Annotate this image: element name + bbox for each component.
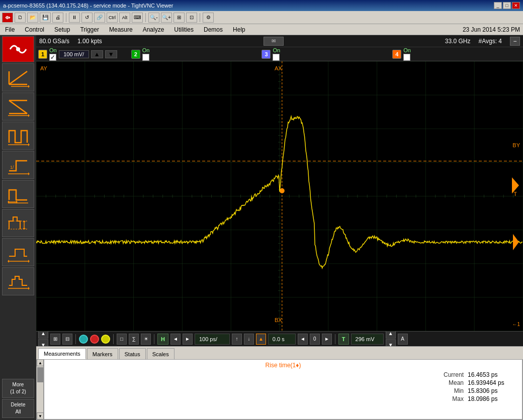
trigger-indicator[interactable]: ✉	[264, 37, 284, 46]
bottom-controls: ▲ ▼ ⊞ ⊟ □ ∑ ☀ H ◄ ►	[36, 331, 523, 346]
toolbar-zoom-fit[interactable]: ⊞	[173, 13, 185, 23]
ch4-checkbox[interactable]	[403, 54, 410, 61]
sidebar-more-button[interactable]: More (1 of 2)	[2, 379, 34, 398]
sidebar-ramp-down[interactable]	[2, 92, 34, 121]
toolbar-open[interactable]: 📂	[27, 13, 38, 23]
trig-auto[interactable]: A	[398, 334, 408, 345]
channel-4-badge[interactable]: 4	[392, 50, 401, 59]
trigger-value[interactable]: 296 mV	[351, 334, 384, 345]
title-bar-buttons: _ □ ✕	[494, 2, 520, 9]
toolbar: ⟴ 🗋 📂 💾 🖨 ⏸ ↺ 🔗 Ctrl Alt ⌨ 🔍- 🔍+ ⊞ ⊡ ⚙	[0, 11, 523, 24]
bx-label: BX	[275, 317, 282, 323]
sidebar-step[interactable]: 1/	[2, 151, 34, 179]
bandwidth: 33.0 GHz	[445, 38, 471, 45]
toolbar-zoom-in[interactable]: 🔍+	[161, 13, 172, 23]
toolbar-sep2	[145, 13, 146, 22]
menu-help[interactable]: Help	[231, 26, 247, 34]
signal-end-marker: ←1	[512, 322, 520, 327]
menu-setup[interactable]: Setup	[52, 26, 72, 34]
timebase-value[interactable]: 100 ps/	[195, 334, 230, 345]
sidebar-logo-btn[interactable]	[2, 36, 34, 62]
channel-1-badge[interactable]: 1	[38, 50, 47, 59]
minimize-button[interactable]: _	[494, 2, 502, 9]
toolbar-print[interactable]: 🖨	[52, 13, 63, 23]
toolbar-new[interactable]: 🗋	[15, 13, 26, 23]
display-toggle[interactable]: □	[117, 334, 127, 345]
sidebar-complex-step[interactable]	[2, 267, 34, 295]
toolbar-stop[interactable]: ⏸	[69, 13, 80, 23]
sidebar-square-pulse[interactable]	[2, 122, 34, 150]
tab-status[interactable]: Status	[119, 348, 146, 359]
title-bar: a-pcserno-83655 (134.40.175.248) - servi…	[0, 0, 523, 11]
time-expand[interactable]: ⊞	[50, 334, 60, 345]
sidebar-pulse-width[interactable]	[2, 180, 34, 208]
trigger-pos-value[interactable]: 0.0 s	[268, 334, 296, 345]
maximize-button[interactable]: □	[503, 2, 511, 9]
menu-demos[interactable]: Demos	[202, 26, 225, 34]
meas-label-max: Max	[433, 395, 464, 402]
trigger-pos-indicator[interactable]: ▲	[256, 334, 266, 345]
ch-circle-2[interactable]	[90, 335, 99, 344]
channel-2-badge[interactable]: 2	[131, 50, 140, 59]
math-toggle[interactable]: ∑	[129, 334, 139, 345]
time-prev[interactable]: ◄	[170, 334, 181, 345]
trigger-label: T	[338, 334, 349, 345]
ch4-controls: On	[403, 47, 411, 61]
menu-control[interactable]: Control	[23, 26, 46, 34]
ch-circle-3[interactable]	[101, 335, 110, 344]
toolbar-options[interactable]: ⚙	[203, 13, 214, 23]
toolbar-zoom-full[interactable]: ⊡	[186, 13, 197, 23]
menu-trigger[interactable]: Trigger	[78, 26, 101, 34]
ch2-checkbox[interactable]	[142, 54, 149, 61]
toolbar-zoom-out[interactable]: 🔍-	[148, 13, 159, 23]
menu-utilities[interactable]: Utilities	[172, 26, 196, 34]
scroll-thumb[interactable]	[37, 367, 43, 382]
toolbar-alt[interactable]: Alt	[119, 13, 130, 23]
brightness-btn[interactable]: ☀	[141, 334, 151, 345]
t-label: T	[513, 191, 517, 197]
toolbar-save[interactable]: 💾	[40, 13, 51, 23]
toolbar-sep1	[66, 13, 66, 22]
toolbar-ctrl[interactable]: Ctrl	[107, 13, 118, 23]
sidebar-jitter[interactable]	[2, 238, 34, 266]
tab-measurements[interactable]: Measurements	[38, 348, 86, 359]
ch-circle-1[interactable]	[79, 335, 88, 344]
scroll-up[interactable]: ▲	[37, 359, 44, 366]
measurements-container: ▲ ▼ Rise time(1♦) Current 16.4653 ps Mea…	[36, 359, 523, 420]
pan-zero[interactable]: 0	[310, 334, 320, 345]
toolbar-key[interactable]: ⌨	[132, 13, 143, 23]
waveform-up[interactable]: ↑	[232, 334, 242, 345]
menu-file[interactable]: File	[3, 26, 17, 34]
toolbar-link[interactable]: 🔗	[94, 13, 105, 23]
sidebar-ramp-up[interactable]	[2, 63, 34, 91]
sidebar-delete-button[interactable]: Delete All	[2, 399, 34, 418]
waveform-down[interactable]: ↓	[244, 334, 254, 345]
meas-value-min: 15.8306 ps	[468, 387, 518, 394]
pan-right[interactable]: ►	[322, 334, 332, 345]
ch1-voltage[interactable]: 100 mV/	[59, 50, 89, 58]
ch3-checkbox[interactable]	[273, 54, 280, 61]
avgs-display: #Avgs: 4	[479, 38, 502, 45]
toolbar-run[interactable]: ↺	[81, 13, 93, 23]
ch1-checkbox[interactable]: ✓	[49, 54, 56, 61]
sidebar-overshoot[interactable]	[2, 209, 34, 237]
meas-value-current: 16.4653 ps	[468, 371, 518, 378]
scroll-down[interactable]: ▼	[37, 412, 44, 419]
close-button[interactable]: ✕	[512, 2, 520, 9]
svg-marker-26	[28, 260, 30, 263]
menu-measure[interactable]: Measure	[107, 26, 135, 34]
time-compress[interactable]: ⊟	[62, 334, 72, 345]
menu-analyze[interactable]: Analyze	[141, 26, 166, 34]
tab-markers[interactable]: Markers	[87, 348, 118, 359]
ch1-wave-down[interactable]: ▼	[105, 50, 117, 58]
collapse-button[interactable]: −	[510, 37, 520, 46]
meas-label-min: Min	[433, 387, 464, 394]
scope-display[interactable]: AY AX BX BY T ←1	[36, 61, 523, 331]
tab-scales[interactable]: Scales	[147, 348, 175, 359]
time-next[interactable]: ►	[183, 334, 193, 345]
svg-marker-27	[8, 260, 9, 263]
channel-3-badge[interactable]: 3	[262, 50, 271, 59]
ch1-wave-up[interactable]: ▲	[91, 50, 103, 58]
pan-left[interactable]: ◄	[298, 334, 308, 345]
measurements-panel: Rise time(1♦) Current 16.4653 ps Mean 16…	[44, 359, 522, 419]
